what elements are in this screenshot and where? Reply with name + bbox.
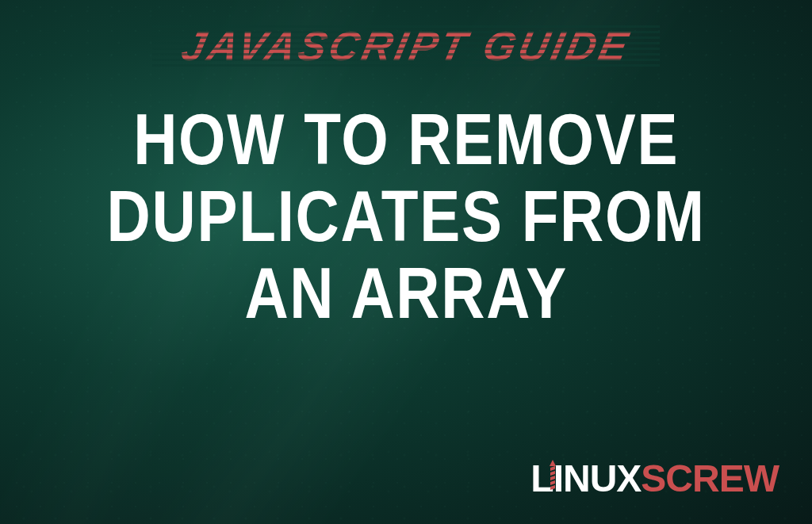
- title-line-3: AN ARRAY: [106, 255, 705, 332]
- logo-text-linux: LINUX: [530, 457, 641, 500]
- header-label: JAVASCRIPT GUIDE: [177, 22, 635, 70]
- brand-logo: LINUX SCREW: [530, 457, 779, 500]
- title-line-1: HOW TO REMOVE: [106, 101, 705, 178]
- main-title: HOW TO REMOVE DUPLICATES FROM AN ARRAY: [106, 101, 705, 333]
- screw-icon: [546, 458, 559, 493]
- logo-text-screw: SCREW: [641, 457, 779, 500]
- title-line-2: DUPLICATES FROM: [106, 178, 705, 255]
- content-container: JAVASCRIPT GUIDE HOW TO REMOVE DUPLICATE…: [0, 0, 812, 524]
